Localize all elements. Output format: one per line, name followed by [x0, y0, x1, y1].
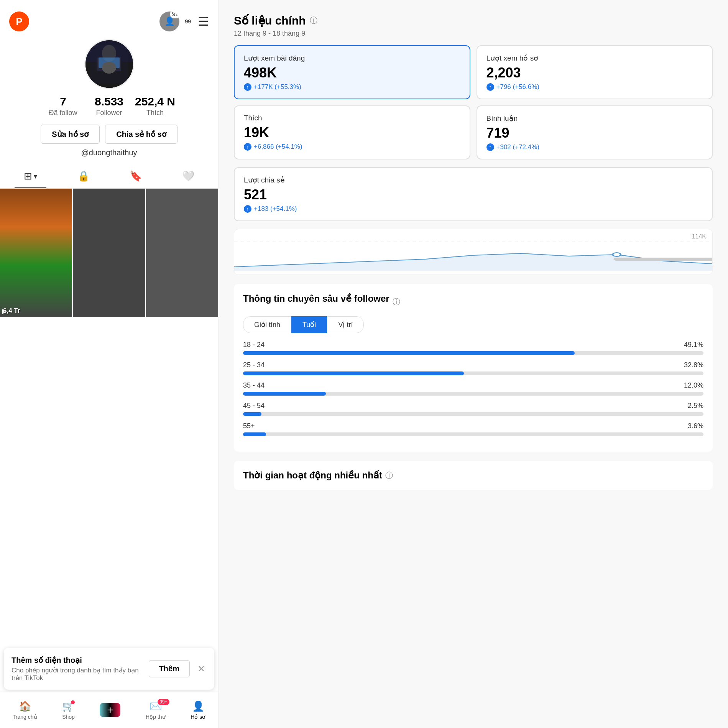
- bottom-nav: 🏠 Trang chủ 🛒 Shop + ✉️ Hộp thư 99+ 👤 Hồ…: [0, 692, 218, 728]
- inbox-badge: 99+: [158, 699, 169, 705]
- tab-heart-icon[interactable]: 🤍: [173, 165, 204, 188]
- metric-views-post-title: Lượt xem bài đăng: [244, 54, 460, 62]
- video-thumbnail-1[interactable]: ▶ 6,4 Tr: [0, 189, 72, 317]
- close-notification-button[interactable]: ✕: [196, 662, 207, 676]
- up-arrow-icon-5: ↑: [244, 205, 251, 213]
- bar-row-55plus: 55+ 3.6%: [243, 422, 703, 436]
- bar-row-35-44: 35 - 44 12.0%: [243, 381, 703, 396]
- bar-fill-18-24: [243, 351, 575, 355]
- profile-nav-icon: 👤: [192, 700, 204, 712]
- svg-marker-1: [234, 253, 712, 271]
- bar-fill-35-44: [243, 392, 326, 396]
- bar-label-35-44: 35 - 44: [243, 381, 265, 389]
- metric-views-profile-value: 2,203: [486, 65, 703, 81]
- metric-shares-change: ↑ +183 (+54.1%): [244, 205, 703, 213]
- metric-views-post-change: ↑ +177K (+55.3%): [244, 83, 460, 91]
- bar-track-25-34: [243, 371, 703, 375]
- metric-views-profile-change: ↑ +796 (+56.6%): [486, 83, 703, 91]
- up-arrow-icon-3: ↑: [244, 143, 251, 151]
- time-info-icon[interactable]: ⓘ: [385, 470, 393, 481]
- up-arrow-icon-1: ↑: [244, 83, 251, 91]
- nav-shop[interactable]: 🛒 Shop: [62, 700, 75, 720]
- profile-avatar: [84, 39, 134, 89]
- bar-track-35-44: [243, 392, 703, 396]
- action-buttons: Sửa hồ sơ Chia sẻ hồ sơ: [41, 125, 177, 144]
- video-thumbnail-3[interactable]: [146, 189, 218, 317]
- bar-track-18-24: [243, 351, 703, 355]
- notification-text: Thêm số điện thoại Cho phép người trong …: [12, 656, 143, 682]
- likes-label: Thích: [146, 109, 164, 117]
- follower-insights-title: Thông tin chuyên sâu về follower: [243, 293, 389, 304]
- up-arrow-icon-4: ↑: [486, 143, 494, 151]
- tab-grid-icon[interactable]: ⊞ ▾: [15, 165, 46, 188]
- up-arrow-icon-2: ↑: [486, 83, 494, 91]
- top-bar: P 👤 99 ☰: [0, 0, 218, 35]
- share-profile-button[interactable]: Chia sẻ hồ sơ: [105, 125, 177, 144]
- hamburger-menu-icon[interactable]: ☰: [198, 14, 209, 29]
- metric-card-comments[interactable]: Bình luận 719 ↑ +302 (+72.4%): [477, 105, 713, 159]
- nav-inbox[interactable]: ✉️ Hộp thư 99+: [146, 700, 165, 720]
- metric-comments-title: Bình luận: [486, 114, 703, 123]
- left-panel: P 👤 99 ☰ 7 Đã follo: [0, 0, 219, 728]
- create-icon[interactable]: +: [100, 703, 120, 717]
- stat-followers: 8.533 Follower: [86, 95, 132, 117]
- bar-header-45-54: 45 - 54 2.5%: [243, 402, 703, 410]
- follower-info-icon[interactable]: ⓘ: [393, 297, 400, 307]
- video-views: 6,4 Tr: [3, 307, 20, 315]
- nav-profile[interactable]: 👤 Hồ sơ: [191, 700, 205, 720]
- follower-insights-section: Thông tin chuyên sâu về follower ⓘ Giới …: [234, 284, 713, 452]
- metric-card-shares[interactable]: Lượt chia sẻ 521 ↑ +183 (+54.1%): [234, 167, 713, 221]
- stat-likes: 252,4 N Thích: [132, 95, 178, 117]
- chart-area: 114K: [234, 229, 713, 275]
- bar-label-55plus: 55+: [243, 422, 255, 430]
- video-thumbnail-2[interactable]: [73, 189, 145, 317]
- nav-home[interactable]: 🏠 Trang chủ: [13, 700, 37, 720]
- tab-gender[interactable]: Giới tính: [243, 316, 291, 333]
- metric-likes-title: Thích: [244, 114, 460, 122]
- bottom-notification: Thêm số điện thoại Cho phép người trong …: [4, 648, 214, 690]
- tab-grid-label: ▾: [34, 172, 37, 181]
- metric-card-views-post[interactable]: Lượt xem bài đăng 498K ↑ +177K (+55.3%): [234, 45, 470, 99]
- tab-age[interactable]: Tuổi: [291, 316, 327, 333]
- tab-location[interactable]: Vị trí: [327, 316, 364, 333]
- bar-pct-18-24: 49.1%: [684, 341, 703, 349]
- avatar-small[interactable]: 👤: [159, 12, 179, 31]
- bar-pct-25-34: 32.8%: [684, 361, 703, 369]
- notification-title: Thêm số điện thoại: [12, 656, 143, 665]
- video-grid: ▶ 6,4 Tr: [0, 189, 218, 728]
- nav-profile-label: Hồ sơ: [191, 714, 205, 720]
- tab-bookmark-icon[interactable]: 🔖: [120, 165, 151, 188]
- following-label: Đã follow: [49, 109, 77, 117]
- following-count: 7: [60, 95, 66, 108]
- bar-pct-35-44: 12.0%: [684, 381, 703, 389]
- metric-comments-change: ↑ +302 (+72.4%): [486, 143, 703, 151]
- bar-label-18-24: 18 - 24: [243, 341, 265, 349]
- profile-section: 7 Đã follow 8.533 Follower 252,4 N Thích…: [0, 35, 218, 157]
- bar-fill-25-34: [243, 371, 464, 375]
- nav-home-label: Trang chủ: [13, 714, 37, 720]
- profile-tab-row: ⊞ ▾ 🔒 🔖 🤍: [0, 165, 218, 189]
- metrics-info-icon[interactable]: ⓘ: [310, 15, 317, 26]
- heart-icon: 🤍: [182, 170, 194, 182]
- time-section: Thời gian hoạt động nhiều nhất ⓘ: [234, 461, 713, 490]
- metric-views-profile-title: Lượt xem hồ sơ: [486, 54, 703, 62]
- bar-pct-45-54: 2.5%: [688, 402, 703, 410]
- metric-likes-change: ↑ +6,866 (+54.1%): [244, 143, 460, 151]
- metrics-grid: Lượt xem bài đăng 498K ↑ +177K (+55.3%) …: [234, 45, 713, 159]
- bar-header-25-34: 25 - 34 32.8%: [243, 361, 703, 369]
- nav-create[interactable]: +: [100, 703, 120, 717]
- bar-row-25-34: 25 - 34 32.8%: [243, 361, 703, 375]
- metric-card-likes[interactable]: Thích 19K ↑ +6,866 (+54.1%): [234, 105, 470, 159]
- followers-count: 8.533: [95, 95, 123, 108]
- metric-views-post-value: 498K: [244, 65, 460, 81]
- metric-card-views-profile[interactable]: Lượt xem hồ sơ 2,203 ↑ +796 (+56.6%): [477, 45, 713, 99]
- edit-profile-button[interactable]: Sửa hồ sơ: [41, 125, 100, 144]
- bar-fill-55plus: [243, 432, 266, 436]
- svg-point-2: [613, 253, 621, 256]
- add-phone-button[interactable]: Thêm: [149, 660, 190, 677]
- tab-lock-icon[interactable]: 🔒: [68, 165, 99, 188]
- bar-header-55plus: 55+ 3.6%: [243, 422, 703, 430]
- followers-label: Follower: [96, 109, 122, 117]
- bar-label-25-34: 25 - 34: [243, 361, 265, 369]
- bar-pct-55plus: 3.6%: [688, 422, 703, 430]
